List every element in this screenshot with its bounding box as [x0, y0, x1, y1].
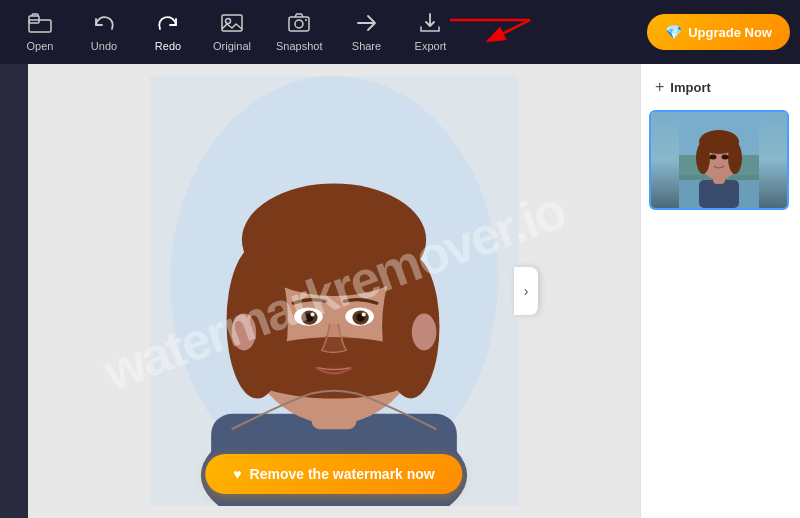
- svg-point-25: [310, 313, 314, 317]
- export-button[interactable]: Export: [400, 6, 460, 58]
- svg-point-29: [343, 336, 346, 339]
- canvas-area: watermarkremover.io › ♥ Remove the water…: [28, 64, 640, 518]
- left-strip: [0, 64, 28, 518]
- share-icon: [354, 12, 378, 38]
- panel-toggle-button[interactable]: ›: [514, 267, 538, 315]
- share-label: Share: [352, 40, 381, 52]
- export-icon: [418, 12, 442, 38]
- plus-icon: +: [655, 78, 664, 96]
- upgrade-label: Upgrade Now: [688, 25, 772, 40]
- undo-label: Undo: [91, 40, 117, 52]
- original-icon: [220, 12, 244, 38]
- redo-button[interactable]: Redo: [138, 6, 198, 58]
- svg-point-31: [232, 314, 257, 351]
- undo-button[interactable]: Undo: [74, 6, 134, 58]
- redo-label: Redo: [155, 40, 181, 52]
- svg-point-41: [728, 142, 742, 174]
- svg-point-26: [362, 313, 366, 317]
- upgrade-button[interactable]: 💎 Upgrade Now: [647, 14, 790, 50]
- remove-watermark-button[interactable]: ♥ Remove the watermark now: [205, 454, 462, 494]
- import-label: Import: [670, 80, 710, 95]
- thumbnail-person-svg: [679, 120, 759, 208]
- snapshot-button[interactable]: Snapshot: [266, 6, 332, 58]
- heart-icon: ♥: [233, 466, 241, 482]
- svg-rect-1: [29, 20, 51, 32]
- person-image: [144, 76, 524, 506]
- snapshot-label: Snapshot: [276, 40, 322, 52]
- svg-point-30: [353, 338, 356, 341]
- open-label: Open: [27, 40, 54, 52]
- svg-point-5: [295, 20, 303, 28]
- svg-point-3: [226, 19, 231, 24]
- svg-point-27: [314, 338, 317, 341]
- undo-icon: [92, 12, 116, 38]
- export-label: Export: [415, 40, 447, 52]
- svg-point-6: [305, 19, 307, 21]
- svg-point-42: [710, 155, 717, 160]
- open-icon: [28, 12, 52, 38]
- remove-watermark-label: Remove the watermark now: [250, 466, 435, 482]
- thumbnail-bg: [651, 112, 787, 208]
- main-content: watermarkremover.io › ♥ Remove the water…: [0, 64, 800, 518]
- import-button[interactable]: + Import: [649, 74, 792, 100]
- svg-rect-36: [699, 180, 739, 208]
- right-panel: + Import: [640, 64, 800, 518]
- snapshot-icon: [287, 12, 311, 38]
- svg-point-32: [412, 314, 437, 351]
- photo-container: watermarkremover.io › ♥ Remove the water…: [144, 76, 524, 506]
- thumbnail-image[interactable]: [649, 110, 789, 210]
- svg-point-28: [324, 336, 327, 339]
- original-button[interactable]: Original: [202, 6, 262, 58]
- original-label: Original: [213, 40, 251, 52]
- open-button[interactable]: Open: [10, 6, 70, 58]
- toolbar: Open Undo Redo Original: [0, 0, 800, 64]
- diamond-icon: 💎: [665, 24, 682, 40]
- svg-point-40: [696, 142, 710, 174]
- chevron-icon: ›: [524, 283, 529, 299]
- redo-icon: [156, 12, 180, 38]
- svg-point-43: [722, 155, 729, 160]
- share-button[interactable]: Share: [336, 6, 396, 58]
